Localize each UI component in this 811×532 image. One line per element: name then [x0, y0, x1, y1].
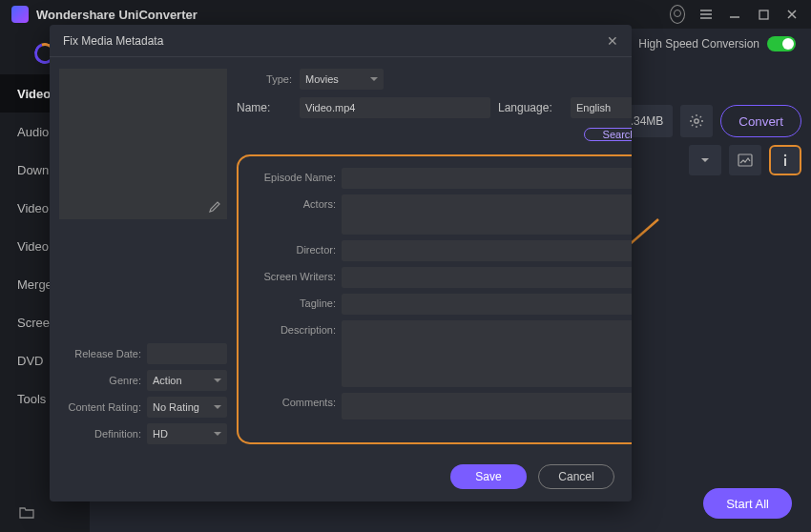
genre-select[interactable]	[147, 370, 227, 391]
sidebar-item-label: Video	[17, 239, 49, 254]
sidebar-item-label: Merge	[17, 277, 52, 292]
file-controls: .34MB Convert	[621, 105, 801, 175]
content-rating-label: Content Rating:	[59, 401, 147, 413]
metadata-info-button[interactable]	[769, 145, 801, 175]
comments-label: Comments:	[248, 393, 336, 408]
screen-writers-field[interactable]	[342, 267, 632, 288]
director-label: Director:	[248, 240, 336, 256]
episode-name-field[interactable]	[342, 168, 632, 189]
tagline-field[interactable]	[342, 294, 632, 315]
svg-point-3	[784, 154, 786, 156]
name-field[interactable]	[300, 97, 490, 118]
release-date-field[interactable]	[147, 343, 227, 364]
high-speed-toggle[interactable]	[767, 36, 796, 51]
thumbnail-button[interactable]	[729, 145, 761, 175]
dialog-close-icon[interactable]: ✕	[607, 33, 618, 49]
genre-label: Genre:	[59, 375, 147, 386]
format-dropdown[interactable]	[689, 145, 721, 175]
director-field[interactable]	[342, 240, 632, 261]
high-speed-row: High Speed Conversion	[638, 36, 796, 51]
language-label: Language:	[498, 101, 563, 114]
sidebar-item-label: Video	[17, 201, 49, 215]
save-button[interactable]: Save	[450, 464, 527, 489]
dialog-title: Fix Media Metadata	[63, 34, 163, 48]
high-speed-label: High Speed Conversion	[638, 37, 759, 51]
hamburger-menu-icon[interactable]	[698, 7, 714, 22]
dialog-footer: Save Cancel	[50, 452, 632, 501]
dialog-right-pane: Type: Name: Language: Search Episode Nam…	[237, 69, 632, 444]
dialog-header: Fix Media Metadata ✕	[50, 25, 632, 57]
language-select[interactable]	[571, 97, 632, 118]
close-icon[interactable]	[784, 7, 800, 22]
minimize-icon[interactable]	[727, 7, 742, 22]
comments-field[interactable]	[342, 393, 632, 419]
app-title: Wondershare UniConverter	[36, 8, 198, 22]
type-label: Type:	[237, 73, 292, 85]
definition-select[interactable]	[147, 423, 227, 444]
sidebar-item-label: Down	[17, 163, 49, 177]
convert-button[interactable]: Convert	[720, 105, 801, 137]
screen-writers-label: Screen Writers:	[248, 267, 336, 282]
maximize-icon[interactable]	[756, 7, 771, 22]
svg-rect-4	[784, 158, 786, 166]
dialog-left-pane: Release Date: Genre: Content Rating: Def…	[59, 69, 227, 444]
svg-point-1	[695, 119, 698, 123]
sidebar-item-label: Video	[17, 87, 51, 101]
app-logo-icon	[11, 6, 29, 23]
episode-name-label: Episode Name:	[248, 168, 336, 183]
release-date-label: Release Date:	[59, 348, 147, 359]
content-rating-select[interactable]	[147, 397, 227, 418]
artwork-thumbnail[interactable]	[59, 69, 227, 219]
metadata-fields-highlight: Episode Name: Actors: Director: Screen W…	[237, 154, 632, 444]
sidebar-item-label: Audio	[17, 125, 49, 139]
cancel-button[interactable]: Cancel	[538, 464, 614, 489]
description-field[interactable]	[342, 320, 632, 387]
start-all-button[interactable]: Start All	[703, 488, 792, 519]
actors-label: Actors:	[248, 194, 336, 210]
tagline-label: Tagline:	[248, 294, 336, 309]
search-button[interactable]: Search	[584, 128, 632, 141]
definition-label: Definition:	[59, 428, 147, 440]
actors-field[interactable]	[342, 194, 632, 235]
description-label: Description:	[248, 320, 336, 336]
metadata-dialog: Fix Media Metadata ✕ Release Date: Genre…	[50, 25, 632, 501]
svg-rect-0	[759, 10, 768, 19]
name-label: Name:	[237, 101, 292, 114]
sidebar-item-label: DVD	[17, 354, 43, 368]
edit-artwork-icon[interactable]	[208, 200, 221, 214]
settings-button[interactable]	[680, 105, 713, 137]
sidebar-item-label: Tools	[17, 392, 46, 406]
account-icon[interactable]	[670, 7, 685, 22]
type-select[interactable]	[300, 69, 384, 90]
